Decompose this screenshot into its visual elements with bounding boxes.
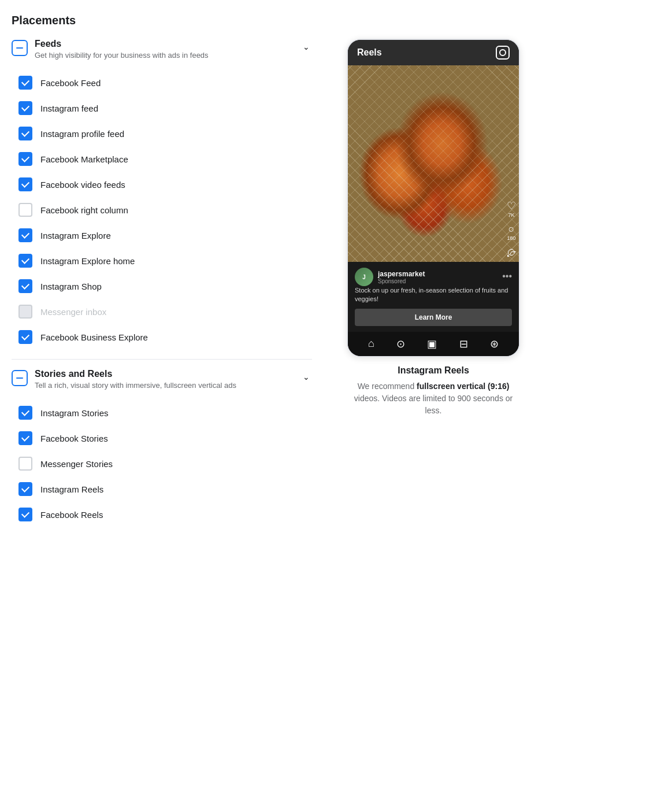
instagram-reels-checkbox[interactable]	[18, 482, 32, 496]
phone-top-bar: Reels	[348, 40, 519, 65]
stories-section-header: Stories and Reels Tell a rich, visual st…	[12, 369, 312, 391]
facebook-stories-label: Facebook Stories	[40, 434, 108, 443]
preview-description-part2: videos. Videos are limited to 900 second…	[354, 394, 513, 415]
avatar: J	[355, 268, 373, 286]
page-container: Placements Feeds Get high visibility for…	[12, 14, 660, 527]
preview-description: We recommend fullscreen vertical (9:16) …	[347, 380, 520, 417]
search-nav-icon[interactable]: ⊙	[396, 338, 405, 350]
phone-bottom-nav: ⌂ ⊙ ▣ ⊟ ⊛	[348, 332, 519, 356]
instagram-stories-label: Instagram Stories	[40, 408, 109, 418]
list-item: Instagram Explore	[16, 223, 312, 248]
preview-description-bold: fullscreen vertical (9:16)	[417, 382, 509, 391]
instagram-shop-label: Instagram Shop	[40, 282, 102, 291]
phone-content-row: J jaspersmarket Sponsored •••	[355, 268, 512, 286]
instagram-feed-checkbox[interactable]	[18, 101, 32, 115]
phone-image-area	[348, 65, 519, 262]
phone-side-icons-overlay: ♡ 7K ○ 180 ⌮	[506, 201, 517, 257]
stories-checkbox-list: Instagram Stories Facebook Stories Messe…	[12, 400, 312, 527]
phone-user-info: J jaspersmarket Sponsored	[355, 268, 425, 286]
facebook-reels-label: Facebook Reels	[40, 510, 103, 520]
more-options-icon[interactable]: •••	[502, 271, 512, 282]
facebook-stories-checkbox[interactable]	[18, 431, 32, 445]
minus-icon	[16, 47, 23, 49]
facebook-feed-label: Facebook Feed	[40, 78, 101, 88]
phone-user-details: jaspersmarket Sponsored	[378, 270, 425, 284]
list-item: Instagram Explore home	[16, 248, 312, 273]
shop-nav-icon[interactable]: ⊟	[459, 338, 468, 350]
list-item: Facebook Business Explore	[16, 324, 312, 350]
home-nav-icon[interactable]: ⌂	[368, 338, 374, 350]
messenger-inbox-checkbox	[18, 305, 32, 319]
instagram-profile-feed-checkbox[interactable]	[18, 127, 32, 140]
feeds-chevron-icon[interactable]: ⌄	[300, 40, 312, 54]
preview-description-part1: We recommend	[358, 382, 417, 391]
facebook-video-feeds-checkbox[interactable]	[18, 177, 32, 191]
stories-chevron-icon[interactable]: ⌄	[300, 370, 312, 384]
messenger-inbox-label: Messenger inbox	[40, 307, 106, 317]
share-icon: ⌮	[506, 247, 517, 257]
messenger-stories-label: Messenger Stories	[40, 459, 113, 469]
list-item: Facebook right column	[16, 197, 312, 223]
facebook-right-column-checkbox[interactable]	[18, 203, 32, 217]
phone-top-bar-title: Reels	[357, 47, 382, 58]
facebook-right-column-label: Facebook right column	[40, 205, 128, 215]
phone-mockup: Reels ♡ 7K	[347, 39, 520, 357]
feeds-toggle-button[interactable]	[12, 40, 28, 56]
heart-icon: ♡	[507, 201, 516, 211]
stories-title: Stories and Reels	[35, 369, 294, 379]
list-item: Facebook video feeds	[16, 172, 312, 197]
list-item: Instagram Stories	[16, 400, 312, 425]
instagram-shop-checkbox[interactable]	[18, 279, 32, 293]
left-panel: Feeds Get high visibility for your busin…	[12, 39, 312, 527]
instagram-explore-checkbox[interactable]	[18, 228, 32, 242]
list-item: Facebook Feed	[16, 70, 312, 95]
page-title: Placements	[12, 14, 660, 27]
facebook-business-explore-checkbox[interactable]	[18, 330, 32, 344]
feeds-title: Feeds	[35, 39, 294, 49]
feeds-section-header: Feeds Get high visibility for your busin…	[12, 39, 312, 61]
stories-title-block: Stories and Reels Tell a rich, visual st…	[35, 369, 294, 391]
facebook-business-explore-label: Facebook Business Explore	[40, 332, 148, 342]
phone-image-wrapper: ♡ 7K ○ 180 ⌮	[348, 65, 519, 262]
net-bag-overlay	[348, 65, 519, 262]
phone-cta-button[interactable]: Learn More	[355, 309, 512, 326]
share-icon-item: ⌮	[506, 247, 517, 257]
reels-nav-icon[interactable]: ▣	[427, 338, 437, 350]
list-item: Facebook Stories	[16, 425, 312, 451]
instagram-explore-home-label: Instagram Explore home	[40, 256, 135, 266]
likes-icon-item: ♡ 7K	[507, 201, 516, 218]
section-divider	[12, 359, 312, 360]
facebook-marketplace-label: Facebook Marketplace	[40, 154, 128, 164]
feeds-checkbox-list: Facebook Feed Instagram feed Instagram p…	[12, 70, 312, 350]
instagram-stories-checkbox[interactable]	[18, 406, 32, 420]
comments-icon-item: ○ 180	[507, 224, 515, 241]
list-item: Instagram Reels	[16, 476, 312, 502]
list-item: Facebook Marketplace	[16, 146, 312, 172]
profile-nav-icon[interactable]: ⊛	[490, 338, 499, 350]
instagram-profile-feed-label: Instagram profile feed	[40, 129, 124, 139]
phone-camera-icon	[496, 46, 510, 60]
phone-content-area: J jaspersmarket Sponsored ••• Stock on u…	[348, 262, 519, 332]
list-item: Instagram profile feed	[16, 121, 312, 146]
minus-icon	[16, 377, 23, 379]
list-item: Instagram Shop	[16, 273, 312, 299]
phone-sponsored-label: Sponsored	[378, 278, 425, 284]
instagram-explore-label: Instagram Explore	[40, 231, 111, 240]
stories-toggle-button[interactable]	[12, 370, 28, 386]
instagram-feed-label: Instagram feed	[40, 103, 98, 113]
list-item: Facebook Reels	[16, 502, 312, 527]
instagram-explore-home-checkbox[interactable]	[18, 254, 32, 268]
instagram-reels-label: Instagram Reels	[40, 484, 103, 494]
stories-subtitle: Tell a rich, visual story with immersive…	[35, 380, 294, 391]
feeds-subtitle: Get high visibility for your business wi…	[35, 50, 294, 61]
facebook-feed-checkbox[interactable]	[18, 76, 32, 90]
list-item: Instagram feed	[16, 95, 312, 121]
phone-username: jaspersmarket	[378, 270, 425, 278]
messenger-stories-checkbox[interactable]	[18, 457, 32, 471]
feeds-title-block: Feeds Get high visibility for your busin…	[35, 39, 294, 61]
facebook-reels-checkbox[interactable]	[18, 508, 32, 521]
main-layout: Feeds Get high visibility for your busin…	[12, 39, 660, 527]
list-item: Messenger inbox	[16, 299, 312, 324]
facebook-marketplace-checkbox[interactable]	[18, 152, 32, 166]
facebook-video-feeds-label: Facebook video feeds	[40, 180, 125, 190]
